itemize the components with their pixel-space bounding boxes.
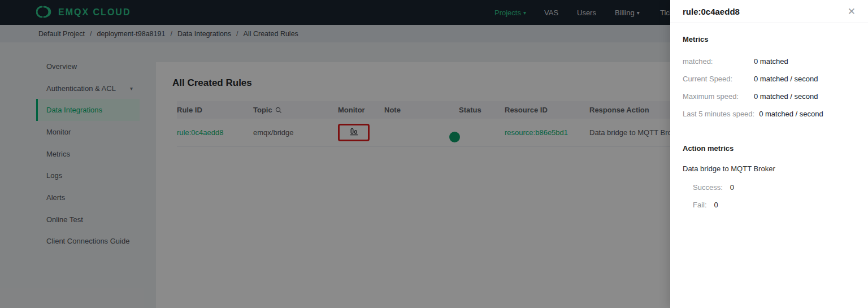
drawer-header: rule:0c4aedd8 ✕ — [670, 0, 868, 23]
metric-value: 0 matched / second — [754, 74, 818, 84]
metric-row-success: Success: 0 — [693, 183, 857, 193]
metric-value: 0 matched — [754, 57, 788, 67]
metric-row-matched: matched: 0 matched — [683, 57, 857, 67]
metric-label: matched: — [683, 57, 749, 67]
metrics-rows: matched: 0 matched Current Speed: 0 matc… — [683, 57, 857, 119]
metric-value: 0 — [714, 200, 718, 210]
metric-label: Current Speed: — [683, 74, 749, 84]
metric-row-fail: Fail: 0 — [693, 200, 857, 210]
metric-row-current-speed: Current Speed: 0 matched / second — [683, 74, 857, 84]
metric-row-last-5-minutes-speed: Last 5 minutes speed: 0 matched / second — [683, 109, 857, 119]
rule-metrics-drawer: rule:0c4aedd8 ✕ Metrics matched: 0 match… — [670, 0, 868, 308]
metric-label: Fail: — [693, 200, 707, 210]
action-metrics-heading: Action metrics — [683, 144, 857, 153]
metric-label: Maximum speed: — [683, 92, 749, 102]
metrics-section-heading: Metrics — [683, 35, 857, 44]
action-metrics-section: Action metrics Data bridge to MQTT Broke… — [683, 144, 857, 210]
action-metrics-rows: Success: 0 Fail: 0 — [683, 183, 857, 210]
metric-label: Success: — [693, 183, 723, 193]
drawer-body: Metrics matched: 0 matched Current Speed… — [670, 23, 868, 210]
metric-row-maximum-speed: Maximum speed: 0 matched / second — [683, 92, 857, 102]
metric-value: 0 matched / second — [754, 92, 818, 102]
metric-label: Last 5 minutes speed: — [683, 109, 754, 119]
bridge-name: Data bridge to MQTT Broker — [683, 164, 857, 174]
drawer-title: rule:0c4aedd8 — [683, 7, 740, 16]
close-icon[interactable]: ✕ — [848, 7, 856, 16]
metric-value: 0 — [730, 183, 734, 193]
metric-value: 0 matched / second — [759, 109, 823, 119]
